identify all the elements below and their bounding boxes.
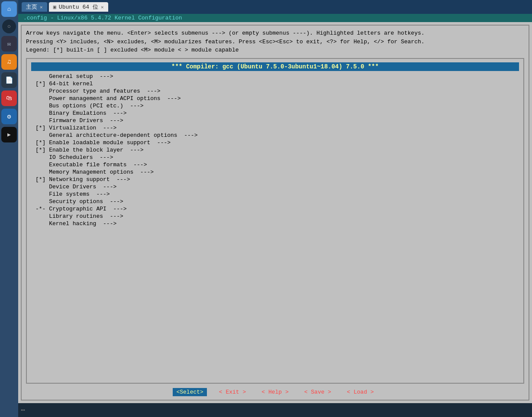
bottom-button-1[interactable]: < Exit > bbox=[216, 388, 249, 396]
tab-ubuntu-label: Ubuntu 64 位 bbox=[59, 3, 98, 11]
info-line2: Pressing <Y> includes, <N> excludes, <M>… bbox=[26, 38, 524, 46]
menu-item[interactable]: [*] Networking support ---> bbox=[27, 176, 523, 183]
menu-item[interactable]: -*- Cryptographic API ---> bbox=[27, 205, 523, 213]
sidebar-icon-terminal[interactable]: ▶ bbox=[1, 127, 17, 142]
info-line3: Legend: [*] built-in [ ] excluded <M> mo… bbox=[26, 46, 524, 55]
menu-item[interactable]: Power management and ACPI options ---> bbox=[27, 95, 523, 102]
bottom-button-2[interactable]: < Help > bbox=[258, 388, 292, 396]
info-line1: Arrow keys navigate the menu. <Enter> se… bbox=[26, 29, 524, 38]
taskbar-dots[interactable]: ⋯ bbox=[21, 406, 25, 414]
bottom-buttons: <Select>< Exit >< Help >< Save >< Load > bbox=[22, 385, 529, 400]
menu-item[interactable]: Firmware Drivers ---> bbox=[27, 117, 523, 124]
tab-home-close[interactable]: ✕ bbox=[40, 4, 43, 10]
menu-item[interactable]: Device Drivers ---> bbox=[27, 183, 523, 191]
buttons-container: <Select>< Exit >< Help >< Save >< Load > bbox=[173, 388, 377, 396]
sidebar-icon-store[interactable]: 🛍 bbox=[1, 91, 17, 106]
menu-item[interactable]: General architecture-dependent options -… bbox=[27, 132, 523, 139]
menu-item[interactable]: [*] Virtualization ---> bbox=[27, 124, 523, 132]
menu-item[interactable]: [*] Enable loadable module support ---> bbox=[27, 139, 523, 146]
menu-item[interactable]: Memory Management options ---> bbox=[27, 168, 523, 176]
menu-items-container: General setup --->[*] 64-bit kernel Proc… bbox=[27, 73, 523, 227]
sidebar-icon-docs[interactable]: 📄 bbox=[1, 72, 17, 88]
sidebar-icon-browser[interactable]: ○ bbox=[2, 19, 16, 33]
menu-title: *** Compiler: gcc (Ubuntu 7.5.0-3ubuntu1… bbox=[31, 62, 519, 71]
menu-item[interactable]: IO Schedulers ---> bbox=[27, 154, 523, 161]
menu-box[interactable]: *** Compiler: gcc (Ubuntu 7.5.0-3ubuntu1… bbox=[26, 58, 524, 384]
kernel-config-box: Arrow keys navigate the menu. <Enter> se… bbox=[21, 25, 529, 401]
sidebar-icon-settings[interactable]: ⚙ bbox=[1, 109, 17, 124]
taskbar: ⋯ bbox=[18, 403, 532, 417]
sidebar-icon-home[interactable]: ⌂ bbox=[1, 1, 17, 17]
bottom-button-0[interactable]: <Select> bbox=[173, 388, 206, 396]
tab-home[interactable]: 主页 ✕ bbox=[22, 2, 47, 12]
menu-item[interactable]: Kernel hacking ---> bbox=[27, 220, 523, 227]
tab-home-label: 主页 bbox=[26, 3, 37, 11]
tab-ubuntu[interactable]: ▣ Ubuntu 64 位 ✕ bbox=[49, 2, 108, 12]
menu-item[interactable]: General setup ---> bbox=[27, 73, 523, 80]
titlebar-path-text: .config - Linux/x86 5.4.72 Kernel Config… bbox=[23, 15, 182, 21]
bottom-button-3[interactable]: < Save > bbox=[301, 388, 335, 396]
terminal-window: Arrow keys navigate the menu. <Enter> se… bbox=[18, 22, 532, 403]
menu-item[interactable]: Executable file formats ---> bbox=[27, 161, 523, 168]
titlebar-path: .config - Linux/x86 5.4.72 Kernel Config… bbox=[18, 14, 532, 22]
sidebar-icon-music[interactable]: ♫ bbox=[1, 54, 17, 70]
main-window: 主页 ✕ ▣ Ubuntu 64 位 ✕ .config - Linux/x86… bbox=[18, 0, 532, 417]
tab-ubuntu-close[interactable]: ✕ bbox=[101, 4, 104, 10]
menu-item[interactable]: File systems ---> bbox=[27, 191, 523, 198]
topbar: 主页 ✕ ▣ Ubuntu 64 位 ✕ bbox=[18, 0, 532, 14]
menu-item[interactable]: Binary Emulations ---> bbox=[27, 110, 523, 117]
sidebar-icon-mail[interactable]: ✉ bbox=[1, 36, 17, 52]
menu-item[interactable]: Library routines ---> bbox=[27, 213, 523, 220]
info-text-area: Arrow keys navigate the menu. <Enter> se… bbox=[22, 26, 529, 56]
menu-item[interactable]: [*] 64-bit kernel bbox=[27, 80, 523, 87]
menu-item[interactable]: Bus options (PCI etc.) ---> bbox=[27, 102, 523, 110]
bottom-button-4[interactable]: < Load > bbox=[343, 388, 377, 396]
menu-item[interactable]: [*] Enable the block layer ---> bbox=[27, 146, 523, 154]
menu-item[interactable]: Processor type and features ---> bbox=[27, 87, 523, 95]
menu-item[interactable]: Security options ---> bbox=[27, 198, 523, 205]
sidebar: ⌂ ○ ✉ ♫ 📄 🛍 ⚙ ▶ bbox=[0, 0, 18, 417]
